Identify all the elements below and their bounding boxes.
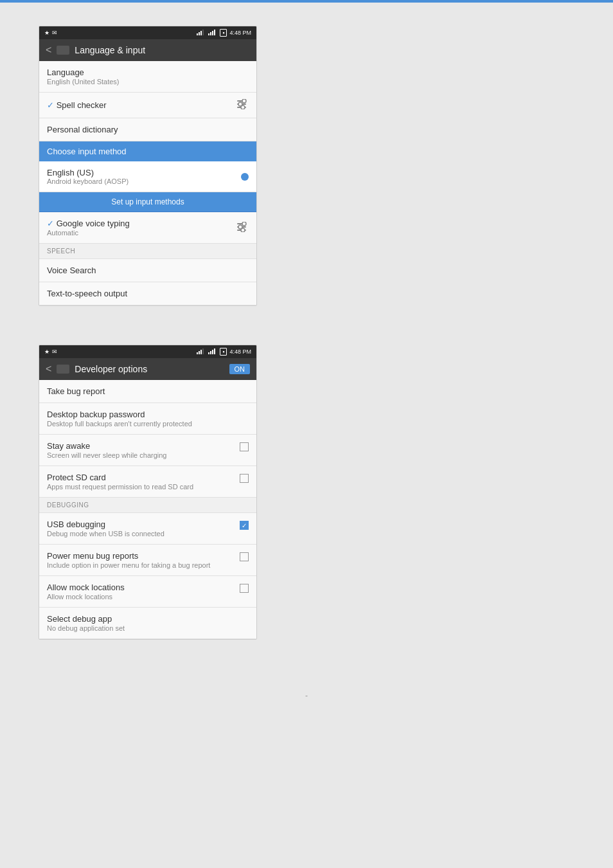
language-subtitle: English (United States) (47, 78, 120, 86)
svg-rect-0 (197, 33, 198, 35)
svg-rect-21 (199, 351, 200, 354)
time-display-1: 4:48 PM (229, 30, 251, 36)
protect-sd-title: Protect SD card (47, 473, 235, 482)
svg-point-9 (242, 99, 246, 103)
svg-rect-20 (197, 352, 198, 354)
take-bug-report-item[interactable]: Take bug report (39, 380, 256, 403)
spell-checker-item[interactable]: ✓ Spell checker (39, 93, 256, 118)
svg-rect-23 (202, 348, 204, 354)
power-menu-bug-subtitle: Include option in power menu for taking … (47, 561, 235, 569)
developer-options-icon (57, 365, 69, 374)
allow-mock-locations-title: Allow mock locations (47, 583, 235, 592)
wifi-icon-2: ★ (44, 348, 49, 355)
desktop-backup-item[interactable]: Desktop backup password Desktop full bac… (39, 403, 256, 435)
battery-icon: ▪ (220, 29, 227, 37)
wifi-icon: ★ (44, 30, 49, 36)
usb-debugging-subtitle: Debug mode when USB is connected (47, 530, 235, 538)
english-us-subtitle: Android keyboard (AOSP) (47, 177, 129, 185)
choose-input-method-label: Choose input method (47, 147, 127, 156)
voice-search-title: Voice Search (47, 266, 96, 275)
svg-point-15 (242, 222, 246, 226)
google-voice-typing-item[interactable]: ✓ Google voice typing Automatic (39, 212, 256, 244)
status-bar-2-right: ▪ 4:48 PM (197, 348, 251, 356)
take-bug-report-title: Take bug report (47, 386, 244, 396)
svg-rect-7 (214, 30, 215, 35)
select-debug-app-subtitle: No debug application set (47, 624, 244, 632)
signal-icon-3 (197, 348, 206, 356)
settings-list-1: Language English (United States) ✓ Spell… (39, 61, 256, 305)
status-bar-left-icons: ★ ✉ (44, 30, 57, 36)
svg-point-13 (241, 105, 245, 109)
language-title: Language (47, 68, 120, 77)
protect-sd-item[interactable]: Protect SD card Apps must request permis… (39, 466, 256, 498)
usb-debugging-title: USB debugging (47, 520, 235, 529)
spell-checker-title: ✓ Spell checker (47, 100, 107, 110)
status-bar-2-left: ★ ✉ (44, 348, 57, 355)
language-item[interactable]: Language English (United States) (39, 61, 256, 93)
status-bar-right: ▪ 4:48 PM (197, 29, 251, 37)
google-voice-settings-icon[interactable] (237, 222, 249, 234)
battery-icon-2: ▪ (220, 348, 227, 356)
top-decorative-line (0, 0, 613, 3)
status-bar-2: ★ ✉ (39, 345, 256, 358)
svg-rect-6 (212, 31, 213, 35)
header-title-2: Developer options (75, 364, 147, 374)
power-menu-bug-title: Power menu bug reports (47, 551, 235, 561)
google-voice-typing-subtitle: Automatic (47, 229, 130, 237)
set-up-input-methods-button[interactable]: Set up input methods (39, 192, 256, 212)
screen2-developer-options: ★ ✉ (39, 345, 257, 640)
power-menu-bug-checkbox[interactable] (240, 552, 249, 561)
usb-debugging-checkbox[interactable] (240, 521, 249, 530)
message-icon: ✉ (52, 30, 57, 36)
english-us-input-option[interactable]: English (US) Android keyboard (AOSP) (39, 161, 256, 192)
power-menu-bug-item[interactable]: Power menu bug reports Include option in… (39, 545, 256, 576)
personal-dictionary-title: Personal dictionary (47, 125, 118, 134)
select-debug-app-title: Select debug app (47, 614, 244, 624)
allow-mock-locations-item[interactable]: Allow mock locations Allow mock location… (39, 576, 256, 608)
header-title-1: Language & input (75, 45, 145, 55)
language-input-icon (57, 46, 69, 55)
svg-rect-22 (200, 350, 202, 354)
message-icon-2: ✉ (52, 348, 57, 355)
svg-rect-4 (208, 33, 209, 35)
back-button-2[interactable]: < (46, 363, 51, 375)
svg-rect-1 (199, 32, 200, 35)
time-display-2: 4:48 PM (229, 348, 251, 355)
personal-dictionary-item[interactable]: Personal dictionary (39, 118, 256, 141)
text-to-speech-item[interactable]: Text-to-speech output (39, 282, 256, 305)
svg-rect-25 (210, 351, 211, 354)
signal-icon-4 (208, 348, 217, 356)
stay-awake-checkbox[interactable] (240, 442, 249, 451)
header-bar-1[interactable]: < Language & input (39, 39, 256, 61)
voice-search-item[interactable]: Voice Search (39, 259, 256, 282)
debugging-section-label: DEBUGGING (39, 498, 256, 513)
spell-checker-settings-icon[interactable] (237, 99, 249, 111)
speech-section-label: SPEECH (39, 244, 256, 259)
stay-awake-item[interactable]: Stay awake Screen will never sleep while… (39, 435, 256, 466)
header-bar-2[interactable]: < Developer options ON (39, 358, 256, 380)
choose-input-method-section: Choose input method (39, 141, 256, 161)
english-us-radio[interactable] (241, 173, 249, 181)
stay-awake-title: Stay awake (47, 441, 235, 451)
select-debug-app-item[interactable]: Select debug app No debug application se… (39, 608, 256, 639)
allow-mock-locations-subtitle: Allow mock locations (47, 593, 235, 601)
page-content: ★ ✉ (0, 0, 613, 726)
protect-sd-checkbox[interactable] (240, 474, 249, 483)
status-bar-1: ★ ✉ (39, 26, 256, 39)
svg-rect-27 (214, 348, 215, 354)
english-us-title: English (US) (47, 168, 129, 177)
text-to-speech-title: Text-to-speech output (47, 289, 127, 298)
stay-awake-subtitle: Screen will never sleep while charging (47, 451, 235, 459)
on-badge[interactable]: ON (229, 364, 251, 374)
spell-check-mark: ✓ (47, 100, 57, 110)
svg-rect-5 (210, 32, 211, 35)
svg-rect-24 (208, 352, 209, 354)
back-button-1[interactable]: < (46, 44, 51, 56)
google-voice-typing-title: ✓ Google voice typing (47, 219, 130, 228)
allow-mock-locations-checkbox[interactable] (240, 584, 249, 593)
svg-rect-2 (200, 31, 202, 35)
screen1-language-input: ★ ✉ (39, 26, 257, 306)
svg-rect-3 (202, 30, 204, 35)
usb-debugging-item[interactable]: USB debugging Debug mode when USB is con… (39, 513, 256, 545)
svg-point-19 (241, 228, 245, 232)
